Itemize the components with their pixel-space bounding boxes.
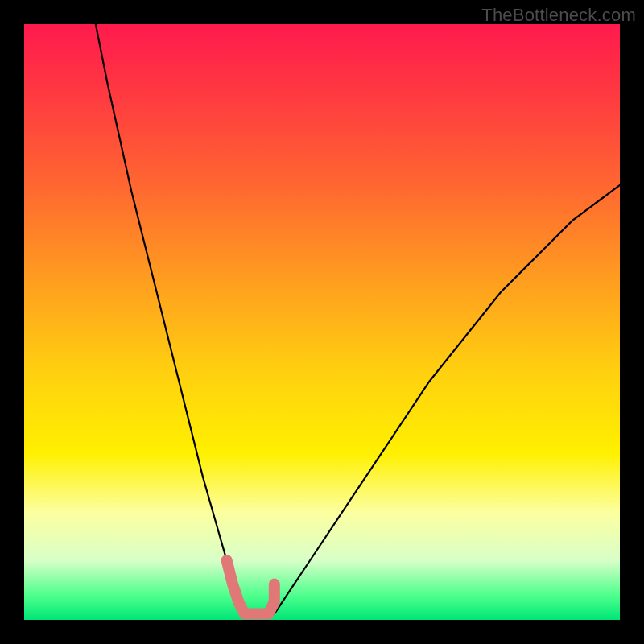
chart-frame: TheBottleneck.com — [0, 0, 644, 644]
curve-right — [275, 185, 620, 614]
chart-plot-area — [24, 24, 620, 620]
curve-left — [96, 24, 245, 614]
chart-curves-svg — [24, 24, 620, 620]
watermark-text: TheBottleneck.com — [481, 5, 636, 26]
valley-marker — [227, 560, 275, 614]
